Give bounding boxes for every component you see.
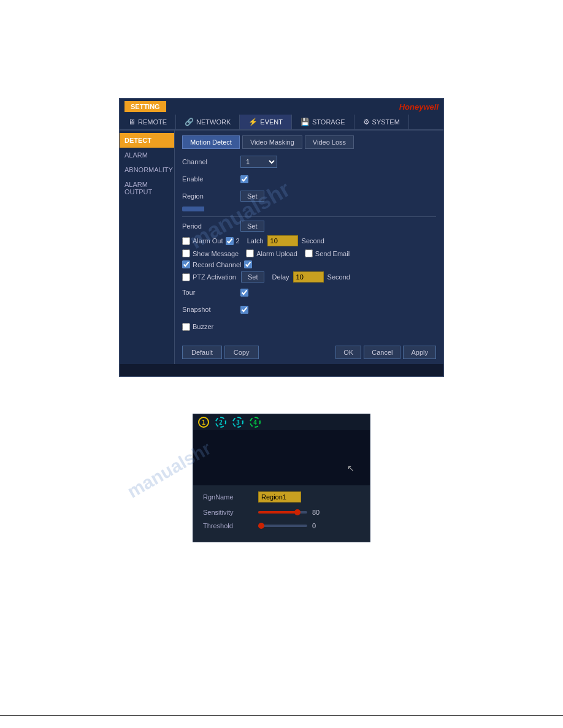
monitor-icon: 🖥 — [128, 118, 136, 126]
ptz-row: PTZ Activation Set Delay Second — [182, 271, 436, 282]
region-set-button[interactable]: Set — [240, 191, 264, 202]
content-area: Motion Detect Video Masking Video Loss C… — [175, 131, 443, 364]
ptz-checkbox[interactable] — [182, 273, 190, 281]
tab-video-loss[interactable]: Video Loss — [305, 135, 354, 149]
alarm-upload-checkbox[interactable] — [246, 249, 254, 257]
snapshot-row: Snapshot — [182, 303, 436, 316]
show-message-checkbox[interactable] — [182, 249, 190, 257]
nav-remote[interactable]: 🖥 REMOTE — [120, 115, 176, 129]
main-body: DETECT ALARM ABNORMALITY ALARM OUTPUT Mo… — [120, 131, 443, 364]
video-area: ↖ — [193, 430, 370, 485]
nav-system-label: SYSTEM — [372, 118, 400, 126]
sensitivity-slider-container: 80 — [258, 509, 324, 516]
record-channel-checkbox[interactable] — [182, 260, 190, 268]
sidebar-item-alarm-output[interactable]: ALARM OUTPUT — [120, 177, 174, 199]
rgn-name-label: RgnName — [203, 493, 258, 501]
sub-tabs: Motion Detect Video Masking Video Loss — [182, 135, 436, 149]
sensitivity-label: Sensitivity — [203, 509, 258, 516]
bottom-bar — [120, 364, 443, 376]
delay-input[interactable] — [293, 271, 324, 282]
nav-event[interactable]: ⚡ EVENT — [240, 115, 292, 129]
region-number-4[interactable]: 4 — [250, 417, 261, 428]
top-navigation: 🖥 REMOTE 🔗 NETWORK ⚡ EVENT 💾 STORAGE ⚙ S… — [120, 115, 443, 131]
rgn-name-input[interactable] — [258, 491, 301, 502]
cursor-indicator: ↖ — [347, 463, 354, 473]
sidebar: DETECT ALARM ABNORMALITY ALARM OUTPUT — [120, 131, 175, 364]
record-channel-label: Record Channel — [193, 261, 242, 268]
snapshot-checkbox[interactable] — [240, 306, 248, 314]
page-bottom-line — [0, 715, 563, 716]
tab-video-masking[interactable]: Video Masking — [242, 135, 302, 149]
cancel-button[interactable]: Cancel — [364, 346, 400, 359]
nav-network-label: NETWORK — [196, 118, 231, 126]
record-channel-value-checkbox[interactable] — [244, 260, 252, 268]
sensitivity-track — [258, 511, 307, 514]
alarm-out-row: Alarm Out 2 Latch Second — [182, 235, 436, 246]
enable-checkbox[interactable] — [240, 175, 248, 183]
threshold-row: Threshold 0 — [203, 522, 360, 529]
sensitivity-row: Sensitivity 80 — [203, 509, 360, 516]
buzzer-label: Buzzer — [193, 323, 213, 330]
sidebar-item-alarm[interactable]: ALARM — [120, 148, 174, 162]
nav-storage[interactable]: 💾 STORAGE — [292, 115, 354, 129]
event-icon: ⚡ — [248, 118, 258, 126]
region-label: Region — [182, 192, 240, 200]
tour-label: Tour — [182, 289, 240, 296]
region-number-3[interactable]: 3 — [232, 417, 243, 428]
divider-1 — [182, 216, 436, 217]
ok-button[interactable]: OK — [335, 346, 361, 359]
wave-area — [182, 207, 436, 213]
region-number-1[interactable]: 1 — [198, 417, 209, 428]
storage-icon: 💾 — [301, 118, 310, 126]
setting-button[interactable]: SETTING — [124, 101, 166, 112]
nav-network[interactable]: 🔗 NETWORK — [176, 115, 240, 129]
nav-system[interactable]: ⚙ SYSTEM — [354, 115, 409, 129]
left-buttons: Default Copy — [182, 346, 259, 359]
right-buttons: OK Cancel Apply — [335, 346, 436, 359]
alarm-upload-row: Alarm Upload — [246, 249, 297, 257]
copy-button[interactable]: Copy — [224, 346, 259, 359]
region-panel: 1 2 3 4 ↖ RgnName Sensitivi — [193, 414, 370, 542]
message-row: Show Message Alarm Upload Send Email — [182, 249, 436, 257]
buzzer-row: Buzzer — [182, 320, 436, 333]
send-email-label: Send Email — [315, 250, 350, 257]
alarm-upload-label: Alarm Upload — [256, 250, 297, 257]
sidebar-item-abnormality[interactable]: ABNORMALITY — [120, 162, 174, 177]
sensitivity-fill — [258, 511, 297, 514]
send-email-checkbox[interactable] — [305, 249, 313, 257]
apply-button[interactable]: Apply — [403, 346, 436, 359]
threshold-thumb[interactable] — [258, 523, 264, 529]
sensitivity-thumb[interactable] — [294, 509, 301, 515]
nav-event-label: EVENT — [260, 118, 283, 126]
delay-second: Second — [327, 273, 350, 281]
threshold-label: Threshold — [203, 522, 258, 529]
ptz-set-button[interactable]: Set — [241, 271, 265, 282]
bottom-buttons: Default Copy OK Cancel Apply — [182, 342, 436, 359]
tour-checkbox[interactable] — [240, 289, 248, 297]
threshold-value: 0 — [312, 522, 324, 529]
system-icon: ⚙ — [363, 118, 370, 126]
sidebar-item-detect[interactable]: DETECT — [120, 133, 174, 148]
period-set-button[interactable]: Set — [240, 221, 264, 232]
nav-storage-label: STORAGE — [312, 118, 345, 126]
region-number-2[interactable]: 2 — [215, 417, 226, 428]
enable-label: Enable — [182, 175, 240, 183]
tab-motion-detect[interactable]: Motion Detect — [182, 135, 240, 149]
sensitivity-value: 80 — [312, 509, 324, 516]
channel-label: Channel — [182, 158, 240, 165]
period-row: Period Set — [182, 221, 436, 232]
region-form: RgnName Sensitivity 80 Threshold — [193, 485, 370, 542]
buzzer-checkbox[interactable] — [182, 323, 190, 331]
title-bar: SETTING Honeywell — [120, 99, 443, 115]
latch-input[interactable] — [267, 235, 298, 246]
setting-panel: SETTING Honeywell 🖥 REMOTE 🔗 NETWORK ⚡ E… — [119, 98, 444, 377]
alarm-out-checkbox[interactable] — [182, 237, 190, 245]
alarm-out-value-checkbox[interactable] — [226, 237, 234, 245]
send-email-row: Send Email — [305, 249, 350, 257]
default-button[interactable]: Default — [182, 346, 222, 359]
channel-select[interactable]: 1 2 3 4 — [240, 156, 277, 168]
honeywell-logo: Honeywell — [399, 102, 439, 112]
delay-section: Delay Second — [272, 271, 350, 282]
alarm-out-value: 2 — [236, 237, 240, 245]
latch-second: Second — [302, 237, 324, 245]
